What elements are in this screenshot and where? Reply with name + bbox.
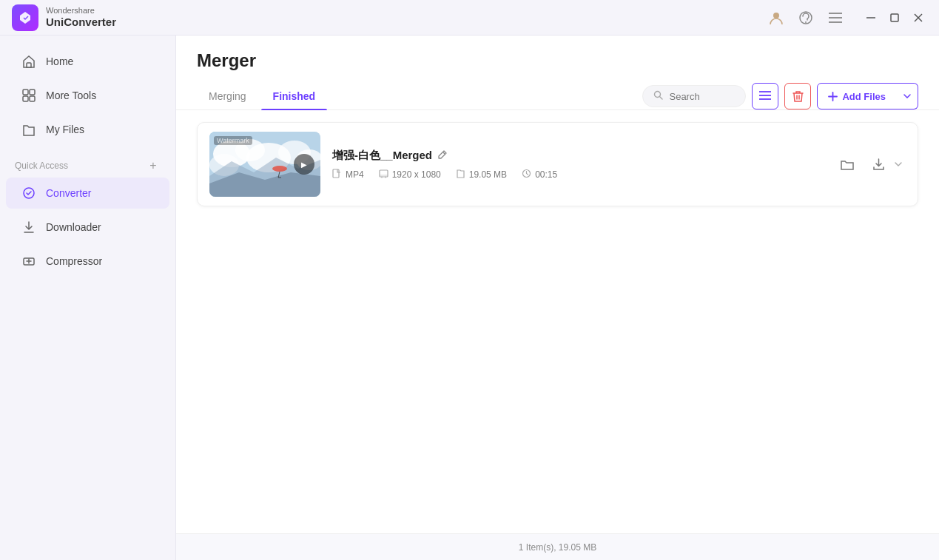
my-files-icon [21, 121, 37, 138]
thumbnail-watermark: Watermark [214, 136, 252, 145]
title-bar: Wondershare UniConverter [0, 0, 939, 36]
app-branding: Wondershare UniConverter [12, 4, 116, 31]
svg-line-19 [660, 97, 663, 100]
maximize-button[interactable] [886, 9, 903, 27]
close-button[interactable] [909, 9, 927, 27]
title-bar-controls [767, 9, 927, 27]
profile-icon[interactable] [767, 9, 785, 27]
file-format: MP4 [346, 169, 364, 180]
file-size-meta: 19.05 MB [456, 169, 507, 181]
svg-point-2 [805, 21, 807, 23]
play-button[interactable]: ▶ [294, 154, 314, 175]
open-folder-button[interactable] [835, 152, 860, 177]
file-resolution-meta: 1920 x 1080 [379, 169, 441, 181]
tab-finished[interactable]: Finished [261, 83, 328, 109]
export-dropdown-button[interactable] [891, 152, 906, 177]
sidebar: Home More Tools My Files Qu [0, 36, 176, 560]
table-row: Watermark ▶ 增强-白色__Merged [197, 122, 918, 206]
search-input[interactable] [669, 91, 735, 102]
sidebar-item-converter-label: Converter [46, 187, 91, 199]
quick-access-add-button[interactable]: + [146, 158, 161, 173]
add-files-group: Add Files [817, 83, 918, 109]
app-logo [12, 4, 38, 31]
svg-point-32 [272, 166, 287, 172]
more-tools-icon [21, 87, 37, 104]
svg-rect-34 [333, 169, 339, 178]
page-header: Merger [176, 36, 939, 83]
file-list: Watermark ▶ 增强-白色__Merged [176, 110, 939, 533]
sidebar-item-home-label: Home [46, 55, 73, 67]
size-icon [456, 169, 465, 181]
support-icon[interactable] [797, 9, 815, 27]
sidebar-item-compressor[interactable]: Compressor [6, 246, 169, 277]
quick-access-section: Quick Access + [0, 152, 175, 176]
add-files-dropdown-button[interactable] [896, 83, 918, 109]
app-name: Wondershare UniConverter [46, 6, 116, 29]
main-layout: Home More Tools My Files Qu [0, 36, 939, 560]
sidebar-item-converter[interactable]: Converter [6, 178, 169, 209]
export-button[interactable] [866, 152, 891, 177]
file-size: 19.05 MB [469, 169, 507, 180]
tabs: Merging Finished [197, 83, 327, 109]
sidebar-item-downloader[interactable]: Downloader [6, 212, 169, 243]
file-format-meta: MP4 [332, 169, 364, 181]
svg-point-0 [773, 13, 779, 18]
window-controls [862, 9, 927, 27]
home-icon [21, 53, 37, 70]
format-icon [332, 169, 342, 181]
search-box[interactable] [642, 85, 746, 107]
search-icon [653, 90, 663, 102]
product-name: UniConverter [46, 16, 116, 29]
minimize-button[interactable] [862, 9, 880, 27]
sidebar-item-my-files[interactable]: My Files [6, 114, 169, 145]
converter-icon [21, 185, 37, 201]
file-thumbnail: Watermark ▶ [209, 132, 320, 197]
status-text: 1 Item(s), 19.05 MB [519, 542, 596, 553]
delete-button[interactable] [784, 83, 811, 109]
list-view-button[interactable] [752, 83, 778, 109]
toolbar-actions: Add Files [642, 83, 918, 109]
brand-name: Wondershare [46, 6, 116, 16]
sidebar-item-home[interactable]: Home [6, 46, 169, 77]
svg-rect-35 [380, 170, 388, 177]
duration-icon [522, 169, 531, 181]
compressor-icon [21, 253, 37, 269]
svg-rect-7 [891, 14, 898, 21]
resolution-icon [379, 169, 388, 181]
quick-access-label: Quick Access [15, 161, 68, 171]
add-files-button[interactable]: Add Files [817, 83, 897, 109]
file-actions [835, 152, 906, 177]
file-duration: 00:15 [535, 169, 557, 180]
add-files-label: Add Files [842, 91, 886, 102]
sidebar-item-downloader-label: Downloader [46, 221, 101, 233]
file-name-row: 增强-白色__Merged [332, 149, 823, 163]
tab-merging[interactable]: Merging [197, 83, 258, 109]
page-title: Merger [197, 50, 918, 71]
sidebar-item-compressor-label: Compressor [46, 255, 102, 267]
svg-rect-12 [30, 90, 35, 95]
file-duration-meta: 00:15 [522, 169, 557, 181]
content-area: Merger Merging Finished [176, 36, 939, 560]
svg-rect-13 [23, 96, 28, 101]
svg-rect-14 [30, 96, 35, 101]
status-bar: 1 Item(s), 19.05 MB [176, 533, 939, 560]
svg-rect-11 [23, 90, 28, 95]
sidebar-item-more-tools[interactable]: More Tools [6, 80, 169, 111]
file-resolution: 1920 x 1080 [392, 169, 441, 180]
file-name: 增强-白色__Merged [332, 149, 432, 163]
tabs-toolbar: Merging Finished [176, 83, 939, 110]
sidebar-item-my-files-label: My Files [46, 124, 84, 135]
downloader-icon [21, 219, 37, 235]
edit-icon[interactable] [438, 149, 448, 161]
menu-icon[interactable] [827, 9, 844, 27]
file-meta: MP4 1920 x 1080 [332, 169, 823, 181]
sidebar-item-more-tools-label: More Tools [46, 90, 96, 101]
file-info: 增强-白色__Merged [332, 149, 823, 181]
export-button-group [866, 152, 906, 177]
